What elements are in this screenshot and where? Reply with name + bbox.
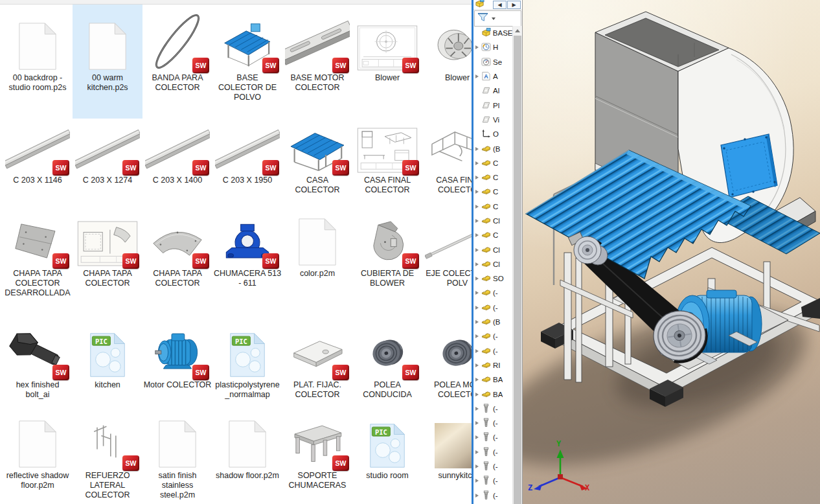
expand-arrow-icon[interactable] — [475, 494, 481, 498]
3d-viewport[interactable]: Y X Z — [523, 0, 820, 504]
expand-arrow-icon[interactable] — [475, 349, 481, 353]
file-item[interactable]: SWBASE MOTOR COLECTOR — [282, 5, 352, 119]
tree-item[interactable]: O — [473, 127, 512, 141]
expand-arrow-icon[interactable] — [475, 464, 481, 468]
file-item[interactable]: PICstudio room — [352, 407, 422, 501]
expand-arrow-icon[interactable] — [475, 262, 481, 266]
expand-arrow-icon[interactable] — [475, 378, 481, 382]
file-item[interactable]: 00 backdrop - studio room.p2s — [3, 5, 73, 119]
tree-item[interactable]: H — [473, 40, 512, 54]
expand-arrow-icon[interactable] — [475, 393, 481, 396]
tree-item[interactable]: (B — [473, 141, 512, 155]
tree-item[interactable]: (- — [473, 459, 512, 474]
tab-scroll-right-button[interactable]: ▶ — [507, 1, 521, 9]
file-item[interactable]: SWBANDA PARA COLECTOR — [142, 5, 212, 119]
file-item[interactable]: SWCUBIERTA DE BLOWER — [352, 211, 422, 312]
expand-arrow-icon[interactable] — [475, 277, 481, 281]
file-item[interactable]: SWBASE COLECTOR DE POLVO — [212, 5, 282, 119]
expand-arrow-icon[interactable] — [475, 407, 481, 411]
tree-item[interactable]: (- — [473, 301, 512, 315]
file-item[interactable]: SWCHAPA TAPA COLECTOR — [142, 211, 212, 312]
tree-item[interactable]: Cl — [473, 242, 512, 257]
expand-arrow-icon[interactable] — [475, 233, 481, 237]
expand-arrow-icon[interactable] — [475, 363, 481, 367]
file-item[interactable]: SWC 203 X 1950 — [212, 119, 282, 211]
file-item[interactable]: SWCHUMACERA 513 - 611 — [212, 211, 282, 312]
scrollbar-thumb[interactable] — [514, 36, 521, 504]
tree-item[interactable]: (- — [473, 430, 512, 444]
file-item[interactable]: reflective shadow floor.p2m — [3, 407, 73, 501]
assembly-tab-icon[interactable] — [475, 0, 484, 11]
file-item[interactable]: SWCHAPA TAPA COLECTOR — [73, 211, 142, 312]
file-item[interactable]: satin finish stainless steel.p2m — [142, 407, 212, 501]
expand-arrow-icon[interactable] — [475, 291, 481, 295]
tree-item[interactable]: Pl — [473, 98, 512, 112]
expand-arrow-icon[interactable] — [475, 219, 481, 223]
tree-item[interactable]: C — [473, 170, 512, 185]
tree-item[interactable]: BA — [473, 387, 512, 401]
file-item[interactable]: SWREFUERZO LATERAL COLECTOR — [73, 407, 142, 501]
expand-arrow-icon[interactable] — [475, 334, 481, 338]
tree-item[interactable]: Vi — [473, 113, 512, 127]
tab-scroll-left-button[interactable]: ◀ — [493, 1, 507, 9]
file-item-selected[interactable]: 00 warm kitchen.p2s — [73, 5, 142, 119]
file-item[interactable]: SWC 203 X 1274 — [73, 119, 142, 211]
file-item[interactable]: SWCASA COLECTOR — [282, 119, 352, 211]
expand-arrow-icon[interactable] — [475, 248, 481, 252]
file-item[interactable]: sunnykitch — [422, 407, 472, 501]
file-item[interactable]: SWMotor COLECTOR — [142, 312, 212, 407]
expand-arrow-icon[interactable] — [475, 161, 481, 165]
tree-item[interactable]: C — [473, 228, 512, 242]
tree-filter-button[interactable] — [474, 10, 521, 27]
tree-item[interactable]: BASE — [473, 26, 512, 40]
expand-arrow-icon[interactable] — [475, 147, 481, 151]
tree-item[interactable]: (B — [473, 315, 512, 329]
tree-item[interactable]: C — [473, 156, 512, 170]
tree-item[interactable]: C — [473, 185, 512, 199]
tree-scrollbar[interactable] — [512, 26, 522, 504]
tree-item[interactable]: (- — [473, 286, 512, 300]
tree-item[interactable]: (- — [473, 416, 512, 430]
tree-item[interactable]: (- — [473, 344, 512, 358]
file-browser-pane[interactable]: 00 backdrop - studio room.p2s00 warm kit… — [0, 0, 472, 504]
tree-item[interactable]: RI — [473, 358, 512, 372]
tree-item[interactable]: Cl — [473, 257, 512, 271]
expand-arrow-icon[interactable] — [475, 435, 481, 439]
tree-item[interactable]: Cl — [473, 214, 512, 228]
file-item[interactable]: SWC 203 X 1146 — [3, 119, 73, 211]
file-item[interactable]: SWPOLEA CONDUCIDA — [352, 312, 422, 407]
file-item[interactable]: CASA FINA COLECTO — [422, 119, 472, 211]
file-item[interactable]: color.p2m — [282, 211, 352, 312]
tree-item[interactable]: Se — [473, 55, 512, 69]
expand-arrow-icon[interactable] — [475, 74, 481, 78]
file-item[interactable]: SWPLAT. FIJAC. COLECTOR — [282, 312, 352, 407]
tree-item[interactable]: (- — [473, 445, 512, 459]
file-item[interactable]: Blower — [422, 5, 472, 119]
tree-item[interactable]: BA — [473, 372, 512, 387]
tree-item[interactable]: (- — [473, 488, 512, 503]
expand-arrow-icon[interactable] — [475, 450, 481, 454]
expand-arrow-icon[interactable] — [475, 479, 481, 483]
file-item[interactable]: SWCASA FINAL COLECTOR — [352, 119, 422, 211]
tree-item[interactable]: AA — [473, 69, 512, 84]
tree-item[interactable]: (- — [473, 474, 512, 488]
expand-arrow-icon[interactable] — [475, 205, 481, 209]
file-item[interactable]: SWhex finished bolt_ai — [3, 312, 73, 407]
expand-arrow-icon[interactable] — [475, 190, 481, 194]
scrollbar-up-arrow-icon[interactable] — [513, 26, 522, 36]
expand-arrow-icon[interactable] — [475, 421, 481, 425]
file-item[interactable]: SWC 203 X 1400 — [142, 119, 212, 211]
file-item[interactable]: SWSOPORTE CHUMACERAS — [282, 407, 352, 501]
expand-arrow-icon[interactable] — [475, 320, 481, 324]
tree-item[interactable]: (- — [473, 402, 512, 416]
file-item[interactable]: POLEA MOT COLECTO — [422, 312, 472, 407]
feature-tree-panel[interactable]: ◀ ▶ BASEHSeAAAlPlViO(BCCCCClCClClSO(-(-(… — [472, 0, 523, 504]
file-item[interactable]: EJE COLECT DE POLV — [422, 211, 472, 312]
file-item[interactable]: PICplasticpolystyrene_normalmap — [212, 312, 282, 407]
tree-item[interactable]: SO — [473, 271, 512, 286]
expand-arrow-icon[interactable] — [475, 306, 481, 310]
tree-item[interactable]: (- — [473, 329, 512, 343]
file-item[interactable]: SWCHAPA TAPA COLECTOR DESARROLLADA — [3, 211, 73, 312]
expand-arrow-icon[interactable] — [475, 45, 481, 49]
file-item[interactable]: SWBlower — [352, 5, 422, 119]
